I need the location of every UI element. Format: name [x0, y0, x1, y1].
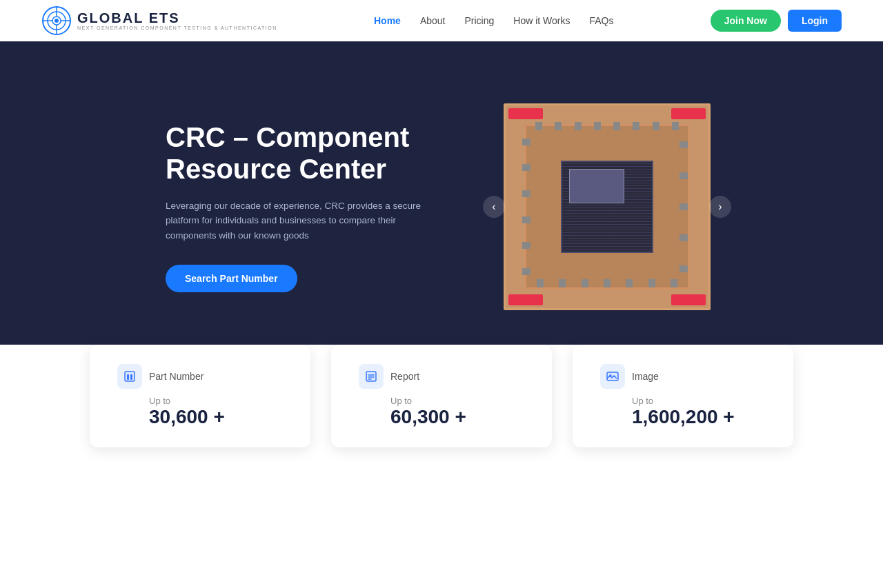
pad [672, 122, 679, 130]
pad [679, 203, 688, 210]
chip-pads-bottom [526, 283, 688, 287]
pad [679, 172, 688, 179]
chip-pads-left [526, 126, 530, 287]
pad [679, 265, 688, 272]
chip-corner-tr [671, 108, 706, 119]
logo: GLOBAL ETS NEXT GENERATION COMPONENT TES… [41, 6, 277, 36]
stat-value-part-number: Up to 30,600 + [117, 396, 225, 428]
pad [522, 139, 530, 145]
login-button[interactable]: Login [788, 10, 842, 32]
chip-corner-br [671, 294, 706, 305]
pad [671, 279, 677, 287]
stat-number-image: 1,600,200 + [632, 406, 735, 428]
stat-card-part-number: Part Number Up to 30,600 + [90, 345, 310, 447]
hero-description: Leveraging our decade of experience, CRC… [166, 199, 428, 243]
stat-value-image: Up to 1,600,200 + [600, 396, 735, 428]
part-number-icon-wrap [117, 364, 142, 389]
pad [522, 190, 530, 197]
pad [679, 234, 688, 241]
stat-card-header: Part Number [117, 364, 204, 389]
pad [559, 279, 566, 287]
chip-corner-bl [508, 294, 543, 305]
stat-sub-part-number: Up to [149, 396, 225, 406]
pad [582, 279, 588, 287]
nav-pricing[interactable]: Pricing [464, 15, 494, 26]
chip-corner-tl [508, 108, 543, 119]
stat-number-report: 60,300 + [390, 406, 466, 428]
stat-sub-image: Up to [632, 396, 735, 406]
image-icon-wrap [600, 364, 625, 389]
join-now-button[interactable]: Join Now [711, 10, 781, 32]
stat-card-header: Image [600, 364, 659, 389]
nav-faqs[interactable]: FAQs [589, 15, 613, 26]
svg-rect-9 [127, 374, 129, 380]
carousel-next-button[interactable]: › [709, 196, 731, 218]
hero-title: CRC – Component Resource Center [166, 121, 497, 185]
nav-how-it-works[interactable]: How it Works [513, 15, 570, 26]
chip-pads-top [526, 126, 688, 130]
stat-card-report: Report Up to 60,300 + [331, 345, 552, 447]
circuit-block [569, 169, 624, 203]
nav-about[interactable]: About [420, 15, 446, 26]
navbar: GLOBAL ETS NEXT GENERATION COMPONENT TES… [0, 0, 883, 41]
pad [626, 279, 633, 287]
report-icon-wrap [359, 364, 384, 389]
pad [613, 122, 620, 130]
pad [522, 242, 530, 249]
pad [648, 279, 655, 287]
stat-sub-report: Up to [390, 396, 466, 406]
stat-label-part-number: Part Number [149, 371, 204, 382]
logo-main: GLOBAL ETS [77, 10, 277, 26]
logo-icon [41, 6, 72, 36]
pad [594, 122, 601, 130]
carousel-prev-button[interactable]: ‹ [483, 196, 505, 218]
logo-sub: NEXT GENERATION COMPONENT TESTING & AUTH… [77, 26, 277, 31]
chip-image [504, 103, 711, 310]
stat-value-report: Up to 60,300 + [359, 396, 466, 428]
bottom-white-space [0, 475, 883, 588]
stat-card-image: Image Up to 1,600,200 + [573, 345, 793, 447]
pad [653, 122, 659, 130]
hero-content: CRC – Component Resource Center Leveragi… [166, 121, 497, 293]
stats-section: Part Number Up to 30,600 + Report Up to … [0, 345, 883, 475]
stat-label-report: Report [390, 371, 419, 382]
part-number-icon [123, 369, 137, 383]
chip-inner [525, 125, 689, 289]
nav-links: Home About Pricing How it Works FAQs [374, 14, 614, 27]
svg-rect-11 [366, 372, 376, 381]
hero-image-area: ‹ [497, 103, 717, 310]
pad [522, 268, 530, 275]
svg-rect-8 [125, 372, 135, 381]
pad [575, 122, 582, 130]
stat-label-image: Image [632, 371, 659, 382]
svg-point-7 [54, 19, 59, 23]
hero-section: CRC – Component Resource Center Leveragi… [0, 41, 883, 372]
stat-card-header: Report [359, 364, 419, 389]
nav-buttons: Join Now Login [711, 10, 842, 32]
search-part-number-button[interactable]: Search Part Number [166, 265, 297, 292]
pad [522, 164, 530, 171]
report-icon [364, 369, 378, 383]
pad [679, 141, 688, 148]
pad [604, 279, 611, 287]
logo-text: GLOBAL ETS NEXT GENERATION COMPONENT TES… [77, 10, 277, 31]
nav-home[interactable]: Home [374, 15, 401, 26]
pad [555, 122, 562, 130]
image-icon [606, 369, 619, 383]
chip-circuit [561, 161, 653, 253]
pad [535, 122, 542, 130]
pad [633, 122, 639, 130]
svg-rect-10 [130, 374, 132, 380]
pad [537, 279, 544, 287]
stat-number-part-number: 30,600 + [149, 406, 225, 428]
pad [522, 216, 530, 223]
chip-pads-right [684, 126, 688, 287]
